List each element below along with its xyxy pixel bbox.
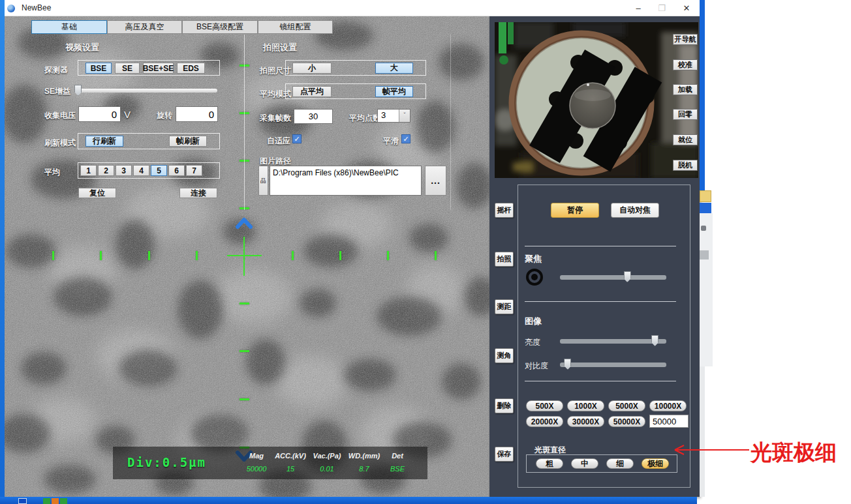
capture-button[interactable]: 拍照	[495, 252, 514, 267]
browse-button[interactable]: ...	[425, 166, 446, 196]
average-5-button[interactable]: 5	[151, 165, 167, 176]
average-7-button[interactable]: 7	[186, 165, 202, 176]
reticle-tick	[52, 251, 54, 260]
frames-input[interactable]: 30	[294, 109, 333, 124]
average-6-button[interactable]: 6	[168, 165, 185, 176]
chamber-camera-view: 开导航 校准 加载 回零 就位 脱机	[495, 22, 698, 178]
autofocus-button[interactable]: 自动对焦	[611, 203, 659, 218]
size-small-button[interactable]: 小	[292, 63, 332, 74]
se-gain-slider[interactable]	[76, 89, 217, 93]
refresh-mode-label: 刷新模式	[44, 138, 76, 149]
size-large-button[interactable]: 大	[375, 63, 413, 74]
load-button[interactable]: 加载	[673, 84, 698, 95]
average-3-button[interactable]: 3	[116, 165, 132, 176]
status-header: Vac.(Pa)	[313, 449, 341, 462]
status-header: ACC.(kV)	[275, 449, 306, 462]
taskbar-app-icon[interactable]	[52, 498, 59, 504]
points-dropdown-value: 3	[378, 110, 399, 122]
smooth-label: 平滑	[383, 136, 399, 147]
taskbar-app-icon[interactable]	[43, 498, 50, 504]
mag-50000x-button[interactable]: 50000X	[608, 416, 645, 427]
tab-lens-config[interactable]: 镜组配置	[258, 20, 333, 34]
mag-10000x-button[interactable]: 10000X	[649, 400, 687, 411]
stage-up-arrow-icon[interactable]	[235, 217, 253, 229]
avg-frame-button[interactable]: 帧平均	[375, 86, 413, 97]
average-4-button[interactable]: 4	[133, 165, 149, 176]
mag-500x-button[interactable]: 500X	[526, 400, 563, 411]
reticle-tick	[435, 251, 437, 260]
minimize-button[interactable]: –	[627, 0, 649, 16]
mag-5000x-button[interactable]: 5000X	[608, 400, 645, 411]
maximize-button[interactable]: ❐	[651, 0, 673, 16]
path-tree-icon[interactable]: 品	[258, 166, 268, 196]
points-dropdown[interactable]: 3 ˇ	[377, 109, 410, 123]
collect-voltage-label: 收集电压	[44, 110, 76, 121]
collect-voltage-input[interactable]: 0	[78, 106, 121, 122]
spot-fine-button[interactable]: 细	[606, 458, 634, 469]
spot-medium-button[interactable]: 中	[571, 458, 598, 469]
mag-20000x-button[interactable]: 20000X	[526, 416, 563, 427]
voltage-unit-label: V	[124, 109, 131, 120]
detector-label: 探测器	[44, 65, 68, 76]
status-value: 8.7	[359, 462, 369, 475]
detector-bse-button[interactable]: BSE	[85, 63, 112, 74]
status-value: 50000	[247, 462, 267, 475]
chevron-down-icon[interactable]: ˇ	[399, 110, 410, 122]
refresh-frame-button[interactable]: 帧刷新	[169, 136, 207, 147]
reticle-tick	[339, 251, 341, 260]
measure-angle-button[interactable]: 测角	[495, 348, 514, 363]
return-zero-button[interactable]: 回零	[673, 109, 698, 120]
spot-extra-fine-button[interactable]: 极细	[642, 458, 669, 469]
calibrate-button[interactable]: 校准	[673, 59, 698, 70]
reticle-tick	[387, 251, 389, 260]
path-input[interactable]: D:\Program Files (x86)\NewBee\PIC	[270, 166, 422, 196]
adaptive-checkbox[interactable]: ✓	[292, 134, 302, 143]
reset-button[interactable]: 复位	[78, 188, 116, 198]
focus-slider-thumb[interactable]	[624, 271, 631, 282]
avg-point-button[interactable]: 点平均	[292, 86, 332, 97]
rotation-input[interactable]: 0	[176, 106, 218, 122]
close-button[interactable]: ✕	[675, 0, 698, 16]
detector-bse-se-button[interactable]: BSE+SE	[143, 63, 174, 74]
tab-hv-vacuum[interactable]: 高压及真空	[107, 20, 182, 34]
detector-se-button[interactable]: SE	[115, 63, 140, 74]
contrast-slider[interactable]	[560, 363, 666, 367]
settings-divider	[244, 35, 245, 210]
tab-basic[interactable]: 基础	[31, 20, 107, 34]
mag-1000x-button[interactable]: 1000X	[567, 400, 604, 411]
in-position-button[interactable]: 就位	[673, 134, 698, 145]
save-button[interactable]: 保存	[495, 447, 514, 462]
settings-divider	[450, 35, 451, 210]
brightness-slider-thumb[interactable]	[651, 335, 658, 346]
focus-slider[interactable]	[560, 275, 666, 280]
mag-input[interactable]: 50000	[649, 415, 689, 428]
brightness-slider[interactable]	[560, 339, 666, 344]
open-navigation-button[interactable]: 开导航	[673, 34, 698, 45]
smooth-checkbox[interactable]: ✓	[401, 134, 410, 143]
detector-eds-button[interactable]: EDS	[177, 63, 205, 74]
mag-30000x-button[interactable]: 30000X	[567, 416, 604, 427]
average-2-button[interactable]: 2	[98, 165, 114, 176]
delete-button[interactable]: 删除	[495, 398, 514, 413]
contrast-slider-thumb[interactable]	[564, 359, 571, 370]
measure-distance-button[interactable]: 测距	[495, 299, 514, 314]
video-settings-title: 视频设置	[65, 42, 99, 53]
status-header: Det	[392, 449, 403, 462]
connect-button[interactable]: 连接	[179, 188, 217, 198]
taskbar-app-icon[interactable]	[18, 498, 27, 504]
points-label: 平均点数	[349, 113, 380, 124]
refresh-line-button[interactable]: 行刷新	[85, 136, 123, 147]
average-1-button[interactable]: 1	[80, 165, 97, 176]
crosshair-vertical	[243, 237, 245, 276]
pause-button[interactable]: 暂停	[551, 203, 599, 218]
joystick-button[interactable]: 摇杆	[495, 203, 514, 218]
tab-bse-advanced[interactable]: BSE高级配置	[182, 20, 258, 34]
offline-button[interactable]: 脱机	[673, 160, 698, 171]
background-window-sliver	[700, 366, 705, 497]
image-section-label: 图像	[525, 316, 542, 327]
spot-coarse-button[interactable]: 粗	[536, 458, 563, 469]
status-value: BSE	[390, 462, 405, 475]
taskbar-app-icon[interactable]	[60, 498, 67, 504]
background-window-sliver	[700, 203, 711, 213]
reticle-tick	[240, 398, 249, 400]
